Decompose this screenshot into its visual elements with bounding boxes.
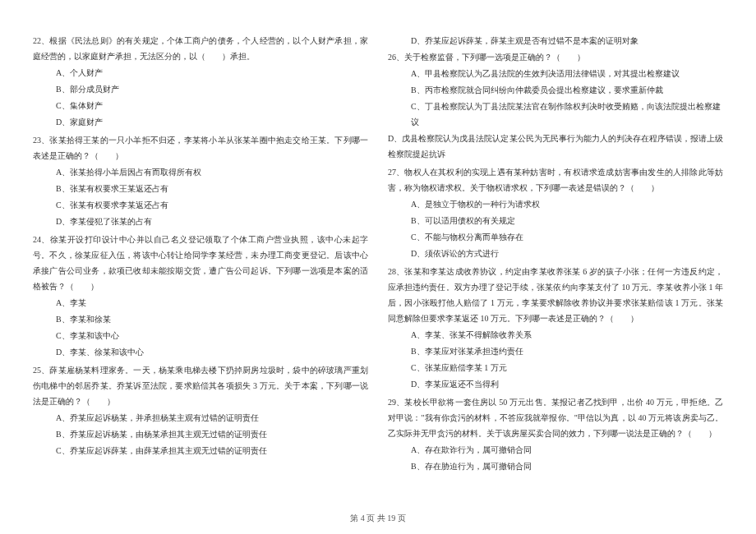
question-24: 24、徐某开设打印设计中心并以自己名义登记领取了个体工商户营业执照，该中心未起字… (33, 232, 368, 361)
option-d: D、戊县检察院认为戊县法院认定某公民为无民事行为能力人的判决存在程序错误，报请上… (388, 131, 723, 162)
question-25: 25、薛某雇杨某料理家务。一天，杨某乘电梯去楼下扔掉厨房垃圾时，袋中的碎玻璃严重… (33, 362, 368, 459)
question-options: A、是独立于物权的一种行为请求权 B、可以适用债权的有关规定 C、不能与物权分离… (388, 196, 723, 261)
question-23: 23、张某拾得王某的一只小羊拒不归还，李某将小羊从张某羊圈中抱走交给王某。下列哪… (33, 132, 368, 230)
question-options: A、存在欺诈行为，属可撤销合同 B、存在胁迫行为，属可撤销合同 (388, 442, 723, 474)
option-d: D、李某应返还不当得利 (411, 376, 723, 392)
option-c: C、张某有权要求李某返还占有 (56, 197, 368, 213)
option-b: B、可以适用债权的有关规定 (411, 213, 723, 228)
option-a: A、是独立于物权的一种行为请求权 (411, 196, 723, 212)
option-c: C、丁县检察院认为丁县法院某法官在制作除权判决时收受贿赂，向该法院提出检察建议 (411, 99, 723, 130)
option-a: A、李某、张某不得解除收养关系 (411, 327, 723, 343)
option-c: C、乔某应起诉薛某，由薛某承担其主观无过错的证明责任 (56, 443, 368, 458)
question-29: 29、某校长甲欲将一套住房以 50 万元出售。某报记者乙找到甲，出价 40 万元… (388, 394, 723, 475)
question-options: A、李某 B、李某和徐某 C、李某和该中心 D、李某、徐某和该中心 (33, 295, 368, 360)
option-a: A、乔某应起诉杨某，并承担杨某主观有过错的证明责任 (56, 410, 368, 426)
question-27: 27、物权人在其权利的实现上遇有某种妨害时，有权请求造成妨害事由发生的人排除此等… (388, 164, 723, 262)
question-text: 22、根据《民法总则》的有关规定，个体工商户的债务，个人经营的，以个人财产承担，… (33, 33, 368, 64)
option-c: C、李某和该中心 (56, 328, 368, 343)
option-b: B、李某和徐某 (56, 311, 368, 327)
option-c: C、集体财产 (56, 98, 368, 113)
option-d: D、乔某应起诉薛某，薛某主观是否有过错不是本案的证明对象 (411, 33, 723, 48)
option-c: C、张某应赔偿李某 1 万元 (411, 360, 723, 375)
question-text: 24、徐某开设打印设计中心并以自己名义登记领取了个体工商户营业执照，该中心未起字… (33, 232, 368, 294)
option-a: A、张某拾得小羊后因占有而取得所有权 (56, 164, 368, 180)
option-d: D、家庭财产 (56, 114, 368, 130)
option-a: A、甲县检察院认为乙县法院的生效判决适用法律错误，对其提出检察建议 (411, 66, 723, 81)
question-options: A、乔某应起诉杨某，并承担杨某主观有过错的证明责任 B、乔某应起诉杨某，由杨某承… (33, 410, 368, 458)
question-22: 22、根据《民法总则》的有关规定，个体工商户的债务，个人经营的，以个人财产承担，… (33, 33, 368, 131)
question-28: 28、张某和李某达成收养协议，约定由李某收养张某 6 岁的孩子小张；任何一方违反… (388, 264, 723, 393)
question-text: 29、某校长甲欲将一套住房以 50 万元出售。某报记者乙找到甲，出价 40 万元… (388, 394, 723, 441)
question-text: 26、关于检察监督，下列哪一选项是正确的？（ ） (388, 49, 723, 65)
option-b: B、张某有权要求王某返还占有 (56, 181, 368, 196)
option-a: A、个人财产 (56, 65, 368, 81)
option-b: B、存在胁迫行为，属可撤销合同 (411, 458, 723, 474)
question-text: 27、物权人在其权利的实现上遇有某种妨害时，有权请求造成妨害事由发生的人排除此等… (388, 164, 723, 196)
option-c: C、不能与物权分离而单独存在 (411, 229, 723, 245)
page-footer: 第 4 页 共 19 页 (0, 513, 756, 524)
left-column: 22、根据《民法总则》的有关规定，个体工商户的债务，个人经营的，以个人财产承担，… (33, 33, 368, 501)
question-text: 25、薛某雇杨某料理家务。一天，杨某乘电梯去楼下扔掉厨房垃圾时，袋中的碎玻璃严重… (33, 362, 368, 409)
question-options: A、李某、张某不得解除收养关系 B、李某应对张某承担违约责任 C、张某应赔偿李某… (388, 327, 723, 392)
option-a: A、存在欺诈行为，属可撤销合同 (411, 442, 723, 458)
option-d: D、须依诉讼的方式进行 (411, 246, 723, 261)
option-b: B、丙市检察院就合同纠纷向仲裁委员会提出检察建议，要求重新仲裁 (411, 82, 723, 98)
option-a: A、李某 (56, 295, 368, 311)
option-d: D、李某侵犯了张某的占有 (56, 214, 368, 229)
right-column: D、乔某应起诉薛某，薛某主观是否有过错不是本案的证明对象 26、关于检察监督，下… (388, 33, 723, 501)
question-text: 23、张某拾得王某的一只小羊拒不归还，李某将小羊从张某羊圈中抱走交给王某。下列哪… (33, 132, 368, 163)
question-options: A、个人财产 B、部分成员财产 C、集体财产 D、家庭财产 (33, 65, 368, 130)
option-d: D、李某、徐某和该中心 (56, 344, 368, 360)
option-b: B、部分成员财产 (56, 81, 368, 97)
question-options: A、甲县检察院认为乙县法院的生效判决适用法律错误，对其提出检察建议 B、丙市检察… (388, 66, 723, 130)
option-b: B、李某应对张某承担违约责任 (411, 343, 723, 359)
question-25-continued: D、乔某应起诉薛某，薛某主观是否有过错不是本案的证明对象 (388, 33, 723, 49)
question-text: 28、张某和李某达成收养协议，约定由李某收养张某 6 岁的孩子小张；任何一方违反… (388, 264, 723, 326)
question-options: A、张某拾得小羊后因占有而取得所有权 B、张某有权要求王某返还占有 C、张某有权… (33, 164, 368, 229)
option-b: B、乔某应起诉杨某，由杨某承担其主观无过错的证明责任 (56, 426, 368, 442)
question-26: 26、关于检察监督，下列哪一选项是正确的？（ ） A、甲县检察院认为乙县法院的生… (388, 49, 723, 163)
